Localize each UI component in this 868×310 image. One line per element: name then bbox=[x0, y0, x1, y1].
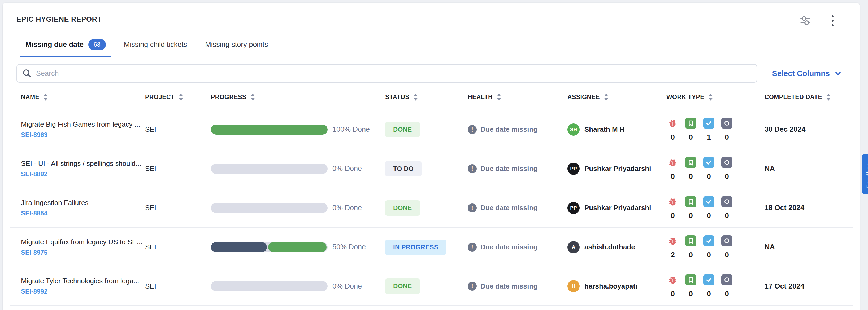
epic-name: SEI - UI - All strings / spellings shoul… bbox=[21, 160, 145, 168]
card-header: EPIC HYGIENE REPORT bbox=[3, 3, 860, 24]
task-icon bbox=[703, 274, 714, 285]
column-header-assignee[interactable]: ASSIGNEE bbox=[567, 94, 666, 101]
story-count: 0 bbox=[689, 251, 693, 259]
project-name: SEI bbox=[145, 165, 211, 173]
sort-icon[interactable] bbox=[413, 94, 418, 101]
status-badge: IN PROGRESS bbox=[385, 240, 446, 255]
bug-count: 2 bbox=[671, 251, 675, 259]
epic-key-link[interactable]: SEI-8975 bbox=[21, 249, 48, 256]
table-row[interactable]: SEI - UI - All strings / spellings shoul… bbox=[9, 149, 852, 188]
progress-bar bbox=[211, 164, 328, 174]
table-row[interactable]: Migrate Big Fish Games from legacy ... S… bbox=[9, 110, 852, 149]
tab-missing-due-date[interactable]: Missing due date 68 bbox=[23, 35, 108, 57]
circle-work-count: 0 bbox=[725, 289, 729, 298]
bug-icon bbox=[667, 274, 678, 285]
warning-icon: ! bbox=[468, 164, 477, 173]
circle-work-count: 0 bbox=[725, 251, 729, 259]
epic-table: NAME PROJECT PROGRESS STATUS HEALTH ASSI… bbox=[9, 83, 852, 306]
progress-bar bbox=[211, 125, 328, 135]
circle-work-count: 0 bbox=[725, 211, 729, 220]
epic-key-link[interactable]: SEI-8963 bbox=[21, 131, 48, 139]
sort-icon[interactable] bbox=[43, 94, 48, 101]
warning-icon: ! bbox=[468, 125, 477, 134]
warning-icon: ! bbox=[468, 243, 477, 252]
assignee-name: Sharath M H bbox=[584, 125, 625, 134]
sort-icon[interactable] bbox=[179, 94, 183, 101]
completed-date: 18 Oct 2024 bbox=[765, 204, 852, 212]
search-input[interactable] bbox=[17, 64, 757, 83]
kebab-menu-icon[interactable] bbox=[826, 14, 839, 27]
progress-label: 0% Done bbox=[332, 282, 362, 290]
column-header-status[interactable]: STATUS bbox=[385, 94, 468, 101]
status-badge: DONE bbox=[385, 200, 420, 216]
epic-key-link[interactable]: SEI-8892 bbox=[21, 170, 48, 178]
story-icon bbox=[685, 157, 696, 168]
status-badge: TO DO bbox=[385, 161, 422, 176]
circle-work-icon bbox=[721, 274, 733, 285]
circle-work-icon bbox=[721, 235, 733, 246]
sort-icon[interactable] bbox=[604, 94, 608, 101]
story-count: 0 bbox=[689, 289, 693, 298]
progress-label: 50% Done bbox=[332, 243, 366, 251]
bug-icon bbox=[667, 118, 678, 129]
progress-segment bbox=[268, 242, 327, 252]
sort-icon[interactable] bbox=[709, 94, 713, 101]
progress-segment bbox=[211, 125, 328, 135]
project-name: SEI bbox=[145, 243, 211, 251]
circle-work-icon bbox=[721, 196, 733, 207]
select-columns-button[interactable]: Select Columns bbox=[772, 69, 842, 78]
epic-name: Migrate Big Fish Games from legacy ... bbox=[21, 120, 145, 129]
table-body: Migrate Big Fish Games from legacy ... S… bbox=[9, 110, 852, 306]
table-row[interactable]: Migrate Tyler Technologies from lega... … bbox=[9, 267, 852, 306]
epic-key-link[interactable]: SEI-8854 bbox=[21, 210, 48, 217]
circle-work-count: 0 bbox=[725, 172, 729, 181]
filter-sliders-icon[interactable] bbox=[799, 14, 812, 27]
tab-missing-child-tickets[interactable]: Missing child tickets bbox=[122, 35, 189, 57]
task-count: 0 bbox=[707, 172, 711, 181]
column-header-completed-date[interactable]: COMPLETED DATE bbox=[765, 94, 852, 101]
table-row[interactable]: Jira Ingestion Failures SEI-8854 SEI 0% … bbox=[9, 188, 852, 227]
column-header-name[interactable]: NAME bbox=[21, 94, 145, 101]
progress-label: 100% Done bbox=[332, 125, 370, 134]
tab-bar: Missing due date 68 Missing child ticket… bbox=[3, 35, 860, 57]
progress-bar bbox=[211, 203, 328, 213]
progress-label: 0% Done bbox=[332, 204, 362, 212]
health-label: Due date missing bbox=[480, 243, 537, 251]
completed-date: NA bbox=[765, 165, 852, 173]
assignee-name: harsha.boyapati bbox=[584, 282, 637, 290]
sort-icon[interactable] bbox=[497, 94, 501, 101]
epic-key-link[interactable]: SEI-8992 bbox=[21, 288, 48, 295]
warning-icon: ! bbox=[468, 282, 477, 291]
task-count: 1 bbox=[707, 133, 711, 141]
column-header-progress[interactable]: PROGRESS bbox=[211, 94, 385, 101]
sort-icon[interactable] bbox=[251, 94, 255, 101]
health-label: Due date missing bbox=[480, 165, 537, 173]
bug-icon bbox=[667, 196, 678, 207]
avatar: PP bbox=[567, 163, 580, 175]
progress-bar bbox=[211, 281, 328, 291]
project-name: SEI bbox=[145, 282, 211, 290]
bug-icon bbox=[667, 157, 678, 168]
sort-icon[interactable] bbox=[826, 94, 831, 101]
completed-date: NA bbox=[765, 243, 852, 251]
column-header-work-type[interactable]: WORK TYPE bbox=[666, 94, 765, 101]
story-count: 0 bbox=[689, 133, 693, 141]
tab-label: Missing story points bbox=[205, 40, 268, 49]
tab-label: Missing child tickets bbox=[124, 40, 187, 49]
column-header-project[interactable]: PROJECT bbox=[145, 94, 211, 101]
story-icon bbox=[685, 235, 696, 246]
task-icon bbox=[703, 235, 714, 246]
task-icon bbox=[703, 157, 714, 168]
avatar: A bbox=[567, 241, 580, 253]
feedback-tab[interactable]: Feedback bbox=[862, 154, 868, 194]
tab-missing-story-points[interactable]: Missing story points bbox=[203, 35, 270, 57]
task-count: 0 bbox=[707, 211, 711, 220]
column-header-health[interactable]: HEALTH bbox=[468, 94, 567, 101]
task-icon bbox=[703, 118, 714, 129]
tab-label: Missing due date bbox=[26, 40, 84, 49]
assignee-name: Pushkar Priyadarshi bbox=[584, 165, 651, 173]
select-columns-label: Select Columns bbox=[772, 69, 830, 78]
table-row[interactable]: Migrate Equifax from legacy US to SE... … bbox=[9, 227, 852, 267]
task-count: 0 bbox=[707, 251, 711, 259]
health-label: Due date missing bbox=[480, 282, 537, 290]
